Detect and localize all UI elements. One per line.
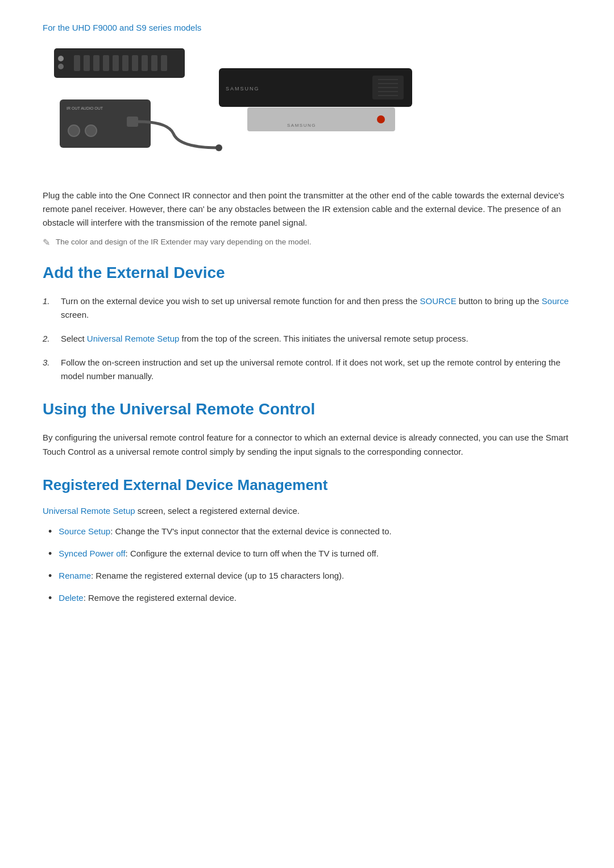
universal-remote-setup-link: Universal Remote Setup (87, 334, 180, 343)
bullet-2: • (48, 547, 52, 561)
rename-desc: : Rename the registered external device … (91, 571, 344, 580)
svg-rect-17 (127, 117, 138, 127)
universal-remote-heading: Using the Universal Remote Control (43, 400, 571, 418)
step-2: 2. Select Universal Remote Setup from th… (43, 332, 571, 346)
svg-point-29 (215, 144, 222, 151)
svg-rect-1 (74, 55, 80, 71)
delete-desc: : Remove the registered external device. (84, 593, 237, 603)
section-label: For the UHD F9000 and S9 series models (43, 23, 571, 32)
source-setup-link: Source Setup (59, 526, 110, 536)
registered-device-intro: Universal Remote Setup screen, select a … (43, 504, 571, 518)
list-item-synced-power: • Synced Power off: Configure the extern… (48, 547, 571, 561)
svg-rect-4 (103, 55, 109, 71)
svg-rect-8 (142, 55, 148, 71)
source-link-1: SOURCE (420, 296, 456, 306)
registered-intro-after: screen, select a registered external dev… (135, 506, 300, 516)
add-device-heading: Add the External Device (43, 264, 571, 282)
body-text-1: Plug the cable into the One Connect IR c… (43, 189, 571, 230)
synced-power-link: Synced Power off (59, 549, 125, 558)
svg-text:SAMSUNG: SAMSUNG (226, 86, 260, 92)
step-1-num: 1. (43, 294, 53, 322)
rename-link: Rename (59, 571, 91, 580)
svg-point-12 (58, 64, 64, 69)
illustration-area: IR OUT AUDIO OUT SAMSUNG SAMSUNG (43, 43, 571, 175)
synced-power-desc: : Configure the external device to turn … (126, 549, 379, 558)
svg-point-16 (85, 125, 97, 136)
note-row: ✎ The color and design of the IR Extende… (43, 236, 571, 248)
svg-rect-7 (132, 55, 138, 71)
svg-rect-10 (161, 55, 167, 71)
bullet-4: • (48, 591, 52, 605)
list-item-rename-text: Rename: Rename the registered external d… (59, 569, 344, 583)
step-1: 1. Turn on the external device you wish … (43, 294, 571, 322)
step-3: 3. Follow the on-screen instruction and … (43, 356, 571, 383)
registered-device-heading: Registered External Device Management (43, 476, 571, 494)
add-device-steps: 1. Turn on the external device you wish … (43, 294, 571, 383)
note-text: The color and design of the IR Extender … (56, 236, 312, 248)
svg-point-11 (58, 56, 64, 61)
list-item-rename: • Rename: Rename the registered external… (48, 569, 571, 583)
delete-link: Delete (59, 593, 83, 603)
note-icon: ✎ (43, 237, 50, 248)
svg-rect-2 (84, 55, 90, 71)
source-setup-desc: : Change the TV's input connector that t… (110, 526, 392, 536)
bullet-1: • (48, 525, 52, 539)
svg-rect-3 (93, 55, 99, 71)
step-3-text: Follow the on-screen instruction and set… (61, 356, 571, 383)
step-1-text: Turn on the external device you wish to … (61, 294, 571, 322)
list-item-source-text: Source Setup: Change the TV's input conn… (59, 525, 391, 539)
svg-point-27 (377, 115, 385, 123)
svg-text:SAMSUNG: SAMSUNG (287, 123, 316, 128)
universal-remote-section: Using the Universal Remote Control By co… (43, 400, 571, 459)
svg-text:IR OUT  AUDIO OUT: IR OUT AUDIO OUT (67, 106, 103, 110)
registered-device-section: Registered External Device Management Un… (43, 476, 571, 606)
svg-rect-26 (247, 107, 395, 131)
svg-rect-5 (113, 55, 119, 71)
step-2-text: Select Universal Remote Setup from the t… (61, 332, 468, 346)
step-2-num: 2. (43, 332, 53, 346)
step-3-num: 3. (43, 356, 53, 383)
universal-remote-body: By configuring the universal remote cont… (43, 431, 571, 459)
svg-rect-9 (151, 55, 157, 71)
source-link-2: Source (542, 296, 569, 306)
bullet-3: • (48, 569, 52, 583)
svg-point-15 (68, 125, 80, 136)
list-item-delete-text: Delete: Remove the registered external d… (59, 591, 237, 605)
svg-rect-6 (122, 55, 128, 71)
registered-device-list: • Source Setup: Change the TV's input co… (48, 525, 571, 606)
list-item-source-setup: • Source Setup: Change the TV's input co… (48, 525, 571, 539)
universal-remote-setup-link-2: Universal Remote Setup (43, 506, 135, 516)
list-item-delete: • Delete: Remove the registered external… (48, 591, 571, 605)
list-item-synced-text: Synced Power off: Configure the external… (59, 547, 379, 561)
